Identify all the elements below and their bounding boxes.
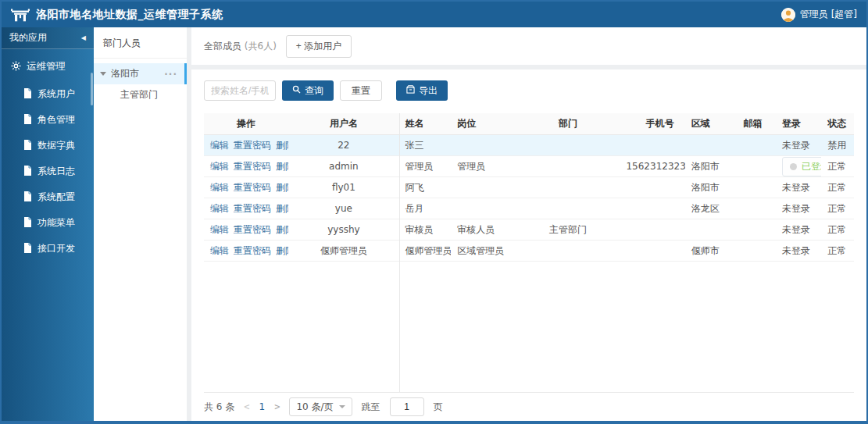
- gate-icon: [11, 7, 30, 23]
- delete-link[interactable]: 删除: [276, 245, 288, 256]
- table-row[interactable]: 编辑重置密码删除 22 张三 未登录 禁用: [204, 135, 854, 156]
- edit-link[interactable]: 编辑: [210, 203, 229, 214]
- edit-link[interactable]: 编辑: [210, 140, 229, 151]
- department-panel-title: 部门人员: [94, 27, 187, 59]
- file-icon: [23, 191, 32, 204]
- table-row[interactable]: 编辑重置密码删除 fly01 阿飞 洛阳市 未登录 正常: [204, 177, 854, 198]
- status-dot-icon: [790, 163, 797, 170]
- department-tree: 洛阳市 ··· 主管部门: [94, 59, 187, 105]
- sidebar-item-role-mgmt[interactable]: 角色管理: [2, 107, 94, 133]
- delete-link[interactable]: 删除: [276, 140, 288, 151]
- sidebar-item-label: 数据字典: [38, 139, 75, 152]
- sidebar: 我的应用 ◀ 运维管理 系统用户: [2, 27, 94, 421]
- person-avatar-icon: [781, 8, 795, 22]
- col-header-status: 状态: [821, 113, 854, 135]
- page-title: 洛阳市地名地址数据_运维管理子系统: [36, 8, 223, 22]
- col-header-department: 部门: [516, 113, 620, 135]
- cell-department: [516, 198, 620, 219]
- table-row[interactable]: 编辑重置密码删除 偃师管理员 偃师管理员 区域管理员 偃师市 未登录 正: [204, 241, 854, 262]
- search-input[interactable]: [204, 80, 276, 101]
- sidebar-item-system-users[interactable]: 系统用户: [2, 81, 94, 107]
- delete-link[interactable]: 删除: [276, 182, 288, 193]
- cell-department: 主管部门: [516, 219, 620, 241]
- sidebar-item-function-menu[interactable]: 功能菜单: [2, 210, 94, 236]
- cell-phone: 15623123232: [620, 156, 684, 177]
- cell-name: 张三: [399, 135, 452, 156]
- logged-in-badge[interactable]: 已登录: [782, 157, 821, 176]
- file-icon: [23, 166, 32, 178]
- sidebar-item-system-config[interactable]: 系统配置: [2, 184, 94, 210]
- query-button[interactable]: 查询: [282, 80, 334, 101]
- table-row[interactable]: 编辑重置密码删除 yue 岳月 洛龙区 未登录 正常: [204, 198, 854, 219]
- sidebar-item-data-dict[interactable]: 数据字典: [2, 133, 94, 159]
- chevron-left-icon[interactable]: ◀: [81, 34, 86, 41]
- cell-department: [516, 177, 620, 198]
- cell-status: 正常: [821, 177, 854, 198]
- page-size-select[interactable]: 10 条/页: [289, 397, 352, 416]
- add-user-button[interactable]: + 添加用户: [286, 35, 352, 58]
- caret-down-icon[interactable]: [100, 72, 106, 76]
- reset-button-label: 重置: [352, 84, 370, 98]
- cell-login: 未登录: [776, 177, 821, 198]
- delete-link[interactable]: 删除: [276, 203, 288, 214]
- table-row[interactable]: 编辑重置密码删除 admin 管理员 管理员 15623123232 洛阳市: [204, 156, 854, 177]
- sidebar-group-label: 运维管理: [27, 60, 66, 73]
- cell-status: 正常: [821, 241, 854, 262]
- user-menu[interactable]: 管理员 [超管]: [781, 8, 857, 22]
- main-row: 我的应用 ◀ 运维管理 系统用户: [2, 27, 866, 421]
- sidebar-item-system-logs[interactable]: 系统日志: [2, 159, 94, 184]
- tree-node-luoyang[interactable]: 洛阳市 ···: [94, 63, 187, 84]
- edit-link[interactable]: 编辑: [210, 161, 229, 172]
- sidebar-item-label: 接口开发: [38, 242, 75, 255]
- main-content: 全部成员 (共6人) + 添加用户 查询 重置: [191, 27, 866, 421]
- apps-label: 我的应用: [9, 31, 47, 45]
- reset-password-link[interactable]: 重置密码: [234, 140, 271, 151]
- sidebar-scrollbar[interactable]: [91, 73, 93, 105]
- delete-link[interactable]: 删除: [276, 224, 288, 235]
- cell-name: 管理员: [399, 156, 452, 177]
- ellipsis-more-icon[interactable]: ···: [164, 69, 177, 80]
- col-header-email: 邮箱: [737, 113, 776, 135]
- app-window: 洛阳市地名地址数据_运维管理子系统 管理员 [超管] 我的应用 ◀: [0, 0, 868, 424]
- reset-password-link[interactable]: 重置密码: [234, 203, 271, 214]
- jump-page-input[interactable]: [390, 397, 424, 416]
- reset-password-link[interactable]: 重置密码: [234, 161, 271, 172]
- logged-in-label: 已登录: [802, 160, 821, 173]
- col-header-login: 登录: [776, 113, 821, 135]
- cell-username: 22: [288, 135, 398, 156]
- file-icon: [23, 88, 32, 101]
- sidebar-apps-toggle[interactable]: 我的应用 ◀: [2, 27, 94, 49]
- reset-password-link[interactable]: 重置密码: [234, 182, 271, 193]
- reset-button[interactable]: 重置: [340, 80, 382, 101]
- edit-link[interactable]: 编辑: [210, 245, 229, 256]
- col-header-position: 岗位: [451, 113, 516, 135]
- current-page-number[interactable]: 1: [259, 401, 266, 412]
- reset-password-link[interactable]: 重置密码: [234, 224, 271, 235]
- delete-link[interactable]: 删除: [276, 161, 288, 172]
- tree-node-supervisory-dept[interactable]: 主管部门: [94, 84, 187, 105]
- table-header-row: 操作 用户名 姓名 岗位 部门 手机号 区域 邮箱 登录 状态: [204, 113, 854, 135]
- sidebar-item-label: 角色管理: [38, 113, 75, 126]
- edit-link[interactable]: 编辑: [210, 224, 229, 235]
- edit-link[interactable]: 编辑: [210, 182, 229, 193]
- prev-page-button[interactable]: <: [244, 401, 249, 412]
- cell-status: 正常: [821, 198, 854, 219]
- cell-login: 未登录: [776, 198, 821, 219]
- users-card: 查询 重置 导出: [191, 69, 866, 421]
- col-header-name: 姓名: [399, 113, 452, 135]
- cell-position: 审核人员: [451, 219, 516, 241]
- gear-icon: [11, 61, 21, 73]
- page-size-value: 10 条/页: [296, 401, 333, 414]
- reset-password-link[interactable]: 重置密码: [234, 245, 271, 256]
- cell-position: 区域管理员: [451, 241, 516, 262]
- export-button[interactable]: 导出: [396, 80, 448, 101]
- sidebar-item-api-dev[interactable]: 接口开发: [2, 236, 94, 262]
- next-page-button[interactable]: >: [274, 401, 280, 412]
- col-header-phone: 手机号: [620, 113, 684, 135]
- col-header-region: 区域: [685, 113, 738, 135]
- members-header-bar: 全部成员 (共6人) + 添加用户: [191, 27, 866, 65]
- magnifier-icon: [292, 85, 301, 96]
- sidebar-group-ops[interactable]: 运维管理: [2, 49, 94, 81]
- table-row[interactable]: 编辑重置密码删除 yysshy 审核员 审核人员 主管部门 未登录 正常: [204, 219, 854, 241]
- file-icon: [23, 243, 32, 255]
